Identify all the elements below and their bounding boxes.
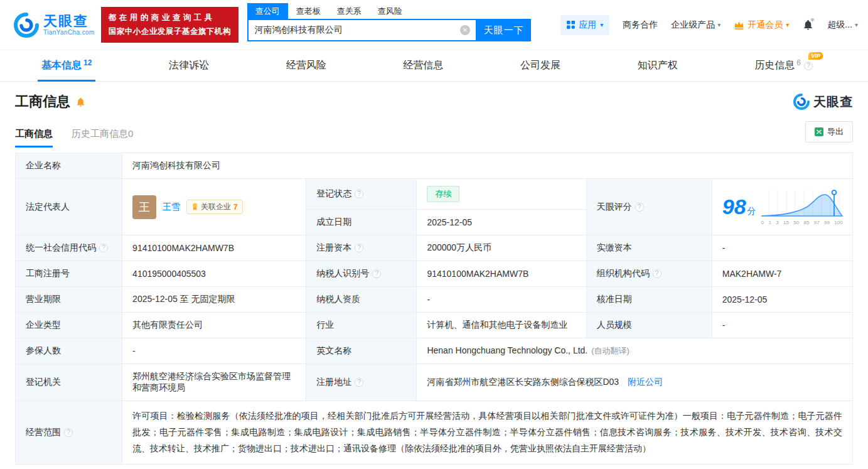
table-row: 工商注册号 410195000405503 纳税人识别号? 91410100MA… [16, 261, 853, 287]
clear-icon[interactable]: ✕ [460, 25, 470, 35]
help-icon[interactable]: ? [355, 244, 363, 252]
related-companies-badge[interactable]: 关联企业 7 [186, 200, 243, 214]
field-value-industry: 计算机、通信和其他电子设备制造业 [417, 313, 586, 338]
page: 天眼查 TianYanCha.com 都在用的商业查询工具 国家中小企业发展子基… [0, 0, 868, 469]
apps-menu[interactable]: 应用 ▾ [560, 15, 609, 35]
enterprise-product-menu[interactable]: 企业级产品 ▾ [671, 19, 721, 31]
field-value-paid-capital: - [712, 235, 852, 261]
export-button[interactable]: 导出 [805, 121, 853, 143]
nav-item-operating-risk[interactable]: 经营风险 [282, 50, 330, 81]
help-icon[interactable]: ? [635, 203, 644, 212]
field-label-insured-count: 参保人数 [16, 338, 122, 364]
nav-label: 法律诉讼 [169, 59, 209, 72]
apps-label: 应用 [579, 19, 596, 31]
help-icon[interactable]: ? [99, 244, 108, 252]
notification-bell[interactable] [802, 19, 814, 31]
nav-label: 经营风险 [286, 59, 326, 72]
open-vip-menu[interactable]: 开通会员 ▾ [734, 19, 789, 31]
search-block: 查公司 查老板 查关系 查风险 ✕ 天眼一下 [247, 3, 531, 41]
help-icon[interactable]: ? [355, 190, 363, 198]
field-label-taxpayer-quality: 纳税人资质 [306, 287, 417, 313]
help-icon[interactable]: ? [372, 269, 381, 278]
nearby-companies-link[interactable]: 附近公司 [628, 377, 663, 387]
table-row: 法定代表人 王 王雪 关联企业 7 [16, 179, 853, 210]
nav-label: 公司发展 [520, 59, 560, 72]
field-label-score: 天眼评分? [586, 179, 712, 235]
related-companies-label: 关联企业 [201, 202, 231, 212]
nav-item-operating-info[interactable]: 经营信息 [399, 50, 447, 81]
field-value-approval-date: 2025-12-05 [712, 287, 852, 313]
score-value: 98 [722, 195, 746, 218]
caret-down-icon: ▾ [717, 22, 721, 28]
field-label-business-scope: 经营范围? [16, 401, 122, 465]
search-tab-boss[interactable]: 查老板 [288, 3, 329, 19]
export-label: 导出 [827, 126, 844, 137]
nav-label: 历史信息 [754, 59, 795, 72]
field-value-org-code: MAK2HAMW-7 [712, 261, 852, 287]
help-icon[interactable]: ? [64, 428, 73, 437]
nav-item-legal-proceedings[interactable]: 法律诉讼 [165, 50, 213, 81]
legal-rep-avatar[interactable]: 王 [132, 195, 156, 219]
tianyancha-logo-icon [793, 94, 810, 110]
field-label-approval-date: 核准日期 [586, 287, 712, 313]
table-row: 统一社会信用代码? 91410100MAK2HAMW7B 注册资本? 20000… [16, 235, 853, 261]
super-vip-menu[interactable]: 超级... ▾ [827, 19, 858, 31]
field-value-english-name: Henan Hongchuang Technology Co., Ltd.(自动… [417, 338, 853, 364]
field-value-taxpayer-quality: - [417, 287, 586, 313]
field-value-staff-size: - [712, 313, 852, 338]
field-value-credit-code: 91410100MAK2HAMW7B [122, 235, 306, 261]
search-button[interactable]: 天眼一下 [477, 19, 531, 41]
tab-history-business-info[interactable]: 历史工商信息0 [72, 128, 133, 148]
main-nav: 基本信息 12 法律诉讼 经营风险 经营信息 公司发展 知识产权 VIP 历史信… [0, 50, 868, 82]
cooperation-link[interactable]: 商务合作 [623, 19, 658, 31]
promo-line1: 都在用的商业查询工具 [109, 11, 231, 25]
field-value-score: 98分 [712, 179, 852, 235]
auto-translate-note: (自动翻译) [591, 346, 630, 355]
help-icon[interactable]: ? [653, 269, 662, 278]
brand-name: 天眼查 [43, 14, 95, 29]
tianyancha-logo[interactable]: 天眼查 TianYanCha.com [14, 13, 95, 38]
search-tab-company[interactable]: 查公司 [247, 3, 288, 19]
nav-item-basic-info[interactable]: 基本信息 12 [38, 50, 95, 81]
field-label-reg-capital: 注册资本? [306, 235, 417, 261]
field-value-reg-authority: 郑州航空港经济综合实验区市场监督管理和营商环境局 [122, 364, 306, 401]
table-row: 企业类型 其他有限责任公司 行业 计算机、通信和其他电子设备制造业 人员规模 - [16, 313, 853, 338]
open-vip-label: 开通会员 [747, 19, 783, 31]
legal-rep-link[interactable]: 王雪 [163, 202, 180, 213]
field-label-company-type: 企业类型 [16, 313, 122, 338]
tianyancha-logo-icon [14, 13, 39, 38]
nav-item-company-development[interactable]: 公司发展 [517, 50, 564, 81]
brand-watermark: 天眼查 [793, 94, 853, 111]
monitor-bell-icon[interactable] [75, 97, 86, 107]
super-vip-label: 超级... [827, 19, 852, 31]
field-value-establish-date: 2025-12-05 [417, 210, 586, 235]
top-header: 天眼查 TianYanCha.com 都在用的商业查询工具 国家中小企业发展子基… [0, 0, 868, 50]
search-row: ✕ 天眼一下 [247, 19, 531, 41]
field-value-reg-address: 河南省郑州市航空港区长安路东侧综合保税区D03 附近公司 [417, 364, 853, 401]
field-value-reg-number: 410195000405503 [122, 261, 306, 287]
field-value-business-term: 2025-12-05 至 无固定期限 [122, 287, 306, 313]
caret-down-icon: ▾ [600, 22, 603, 28]
field-value-legal-rep: 王 王雪 关联企业 7 [122, 179, 306, 235]
field-value-company-name: 河南鸿创科技有限公司 [122, 153, 853, 179]
nav-item-intellectual-property[interactable]: 知识产权 [634, 50, 682, 81]
brand-watermark-text: 天眼查 [813, 94, 853, 111]
field-label-paid-capital: 实缴资本 [586, 235, 712, 261]
field-value-reg-capital: 200000万人民币 [417, 235, 586, 261]
help-icon[interactable]: ? [355, 378, 363, 387]
table-row: 参保人数 - 英文名称 Henan Hongchuang Technology … [16, 338, 853, 364]
search-tab-relation[interactable]: 查关系 [329, 3, 370, 19]
section-head: 工商信息 天眼查 [15, 92, 853, 111]
tab-business-info[interactable]: 工商信息 [15, 128, 53, 148]
score-curve-chart [760, 189, 844, 218]
help-icon[interactable]: ? [804, 62, 813, 70]
search-input[interactable] [249, 25, 460, 35]
field-label-english-name: 英文名称 [306, 338, 417, 364]
section-title: 工商信息 [15, 92, 70, 111]
search-tab-risk[interactable]: 查风险 [370, 3, 410, 19]
table-row: 营业期限 2025-12-05 至 无固定期限 纳税人资质 - 核准日期 202… [16, 287, 853, 313]
nav-label: 知识产权 [638, 59, 678, 72]
field-label-establish-date: 成立日期 [306, 210, 417, 235]
nav-item-history-info[interactable]: VIP 历史信息 6 ? [751, 50, 832, 81]
nav-label: 基本信息 [41, 59, 82, 72]
